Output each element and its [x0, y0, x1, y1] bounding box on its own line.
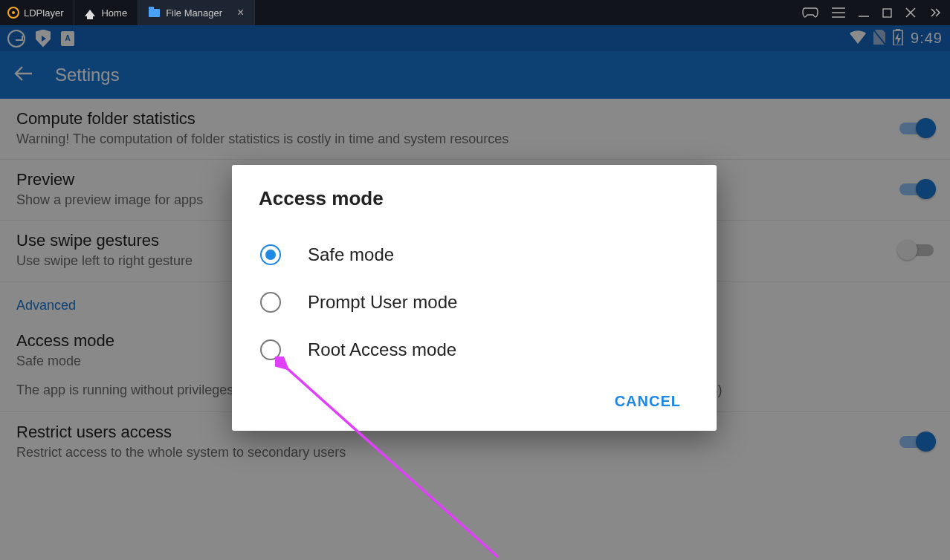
- radio-button-icon: [260, 339, 281, 360]
- close-window-icon[interactable]: [905, 7, 916, 18]
- folder-icon: [149, 9, 160, 17]
- radio-button-icon: [260, 244, 281, 265]
- cancel-button[interactable]: CANCEL: [606, 387, 690, 416]
- tab-home[interactable]: Home: [74, 0, 138, 25]
- radio-label: Prompt User mode: [308, 292, 457, 313]
- ldplayer-logo-icon: [7, 7, 19, 19]
- emulator-app-name: LDPlayer: [24, 7, 63, 19]
- radio-label: Safe mode: [308, 244, 394, 265]
- radio-option-root-access[interactable]: Root Access mode: [259, 326, 690, 374]
- tab-file-manager-label: File Manager: [166, 7, 222, 19]
- emulator-app-label: LDPlayer: [0, 0, 74, 25]
- tab-file-manager[interactable]: File Manager ×: [138, 0, 255, 25]
- dialog-actions: CANCEL: [259, 374, 690, 416]
- menu-icon[interactable]: [832, 7, 845, 18]
- titlebar-right-controls: [802, 7, 950, 19]
- home-icon: [85, 10, 95, 16]
- radio-option-prompt-user[interactable]: Prompt User mode: [259, 279, 690, 326]
- tab-close-button[interactable]: ×: [237, 7, 244, 19]
- maximize-icon[interactable]: [882, 8, 892, 18]
- gamepad-icon[interactable]: [802, 7, 818, 19]
- access-mode-dialog: Access mode Safe mode Prompt User mode R…: [232, 165, 717, 431]
- tab-home-label: Home: [101, 7, 127, 19]
- minimize-icon[interactable]: [859, 7, 869, 18]
- radio-option-safe-mode[interactable]: Safe mode: [259, 231, 690, 279]
- expand-icon[interactable]: [929, 7, 941, 18]
- svg-rect-0: [883, 9, 891, 17]
- radio-button-icon: [260, 292, 281, 313]
- radio-label: Root Access mode: [308, 339, 456, 360]
- dialog-title: Access mode: [259, 187, 690, 210]
- emulator-titlebar: LDPlayer Home File Manager ×: [0, 0, 950, 25]
